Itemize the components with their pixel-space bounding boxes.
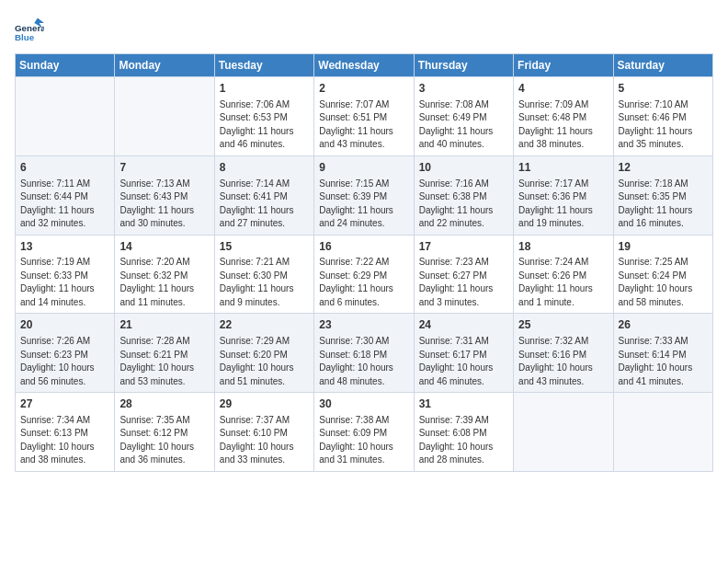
day-number: 18: [518, 239, 608, 255]
calendar-day-cell: 22Sunrise: 7:29 AM Sunset: 6:20 PM Dayli…: [214, 314, 313, 393]
calendar-day-cell: 28Sunrise: 7:35 AM Sunset: 6:12 PM Dayli…: [115, 393, 214, 472]
calendar-day-cell: [16, 77, 115, 156]
calendar-day-cell: 13Sunrise: 7:19 AM Sunset: 6:33 PM Dayli…: [16, 235, 115, 314]
calendar-day-cell: 17Sunrise: 7:23 AM Sunset: 6:27 PM Dayli…: [414, 235, 513, 314]
day-info: Sunrise: 7:11 AM Sunset: 6:44 PM Dayligh…: [20, 178, 109, 231]
day-number: 9: [319, 160, 408, 176]
day-number: 20: [20, 317, 109, 333]
day-number: 24: [419, 317, 508, 333]
weekday-header: Saturday: [613, 54, 712, 77]
calendar-week-row: 27Sunrise: 7:34 AM Sunset: 6:13 PM Dayli…: [16, 393, 713, 472]
day-number: 1: [220, 81, 309, 97]
day-info: Sunrise: 7:24 AM Sunset: 6:26 PM Dayligh…: [518, 256, 608, 309]
day-number: 5: [619, 81, 708, 97]
logo-icon: General Blue: [15, 15, 44, 44]
calendar-day-cell: 1Sunrise: 7:06 AM Sunset: 6:53 PM Daylig…: [214, 77, 313, 156]
calendar-day-cell: 10Sunrise: 7:16 AM Sunset: 6:38 PM Dayli…: [414, 155, 513, 235]
calendar-week-row: 13Sunrise: 7:19 AM Sunset: 6:33 PM Dayli…: [16, 235, 713, 314]
calendar-day-cell: 3Sunrise: 7:08 AM Sunset: 6:49 PM Daylig…: [414, 77, 513, 156]
calendar-day-cell: 5Sunrise: 7:10 AM Sunset: 6:46 PM Daylig…: [613, 77, 712, 156]
calendar-day-cell: 2Sunrise: 7:07 AM Sunset: 6:51 PM Daylig…: [314, 77, 414, 156]
calendar-day-cell: 16Sunrise: 7:22 AM Sunset: 6:29 PM Dayli…: [314, 235, 414, 314]
calendar-week-row: 20Sunrise: 7:26 AM Sunset: 6:23 PM Dayli…: [16, 314, 713, 393]
day-number: 14: [119, 239, 209, 255]
svg-text:Blue: Blue: [15, 32, 35, 42]
calendar-day-cell: 19Sunrise: 7:25 AM Sunset: 6:24 PM Dayli…: [613, 235, 712, 314]
calendar-day-cell: 11Sunrise: 7:17 AM Sunset: 6:36 PM Dayli…: [514, 155, 613, 235]
calendar-day-cell: 15Sunrise: 7:21 AM Sunset: 6:30 PM Dayli…: [214, 235, 313, 314]
day-number: 15: [220, 239, 309, 255]
day-info: Sunrise: 7:38 AM Sunset: 6:09 PM Dayligh…: [319, 414, 408, 467]
day-number: 28: [119, 396, 209, 412]
logo: General Blue: [15, 15, 44, 44]
weekday-header: Tuesday: [214, 54, 313, 77]
day-info: Sunrise: 7:28 AM Sunset: 6:21 PM Dayligh…: [119, 335, 209, 388]
day-info: Sunrise: 7:10 AM Sunset: 6:46 PM Dayligh…: [619, 98, 708, 152]
calendar-week-row: 1Sunrise: 7:06 AM Sunset: 6:53 PM Daylig…: [16, 77, 713, 156]
day-number: 7: [119, 160, 209, 176]
calendar-day-cell: [115, 77, 214, 156]
day-number: 12: [619, 160, 708, 176]
day-info: Sunrise: 7:19 AM Sunset: 6:33 PM Dayligh…: [20, 256, 109, 309]
day-info: Sunrise: 7:32 AM Sunset: 6:16 PM Dayligh…: [518, 335, 608, 388]
weekday-header: Monday: [115, 54, 214, 77]
day-number: 26: [619, 317, 708, 333]
day-number: 25: [518, 317, 608, 333]
day-number: 30: [319, 396, 408, 412]
weekday-header: Wednesday: [314, 54, 414, 77]
day-info: Sunrise: 7:14 AM Sunset: 6:41 PM Dayligh…: [220, 178, 309, 231]
day-info: Sunrise: 7:16 AM Sunset: 6:38 PM Dayligh…: [419, 178, 508, 231]
day-info: Sunrise: 7:26 AM Sunset: 6:23 PM Dayligh…: [20, 335, 109, 388]
day-info: Sunrise: 7:33 AM Sunset: 6:14 PM Dayligh…: [619, 335, 708, 388]
calendar-table: SundayMondayTuesdayWednesdayThursdayFrid…: [15, 53, 713, 472]
day-number: 10: [419, 160, 508, 176]
calendar-day-cell: 25Sunrise: 7:32 AM Sunset: 6:16 PM Dayli…: [514, 314, 613, 393]
calendar-day-cell: 18Sunrise: 7:24 AM Sunset: 6:26 PM Dayli…: [514, 235, 613, 314]
calendar-day-cell: 29Sunrise: 7:37 AM Sunset: 6:10 PM Dayli…: [214, 393, 313, 472]
page-header: General Blue: [15, 15, 713, 44]
weekday-header: Friday: [514, 54, 613, 77]
day-number: 21: [119, 317, 209, 333]
calendar-day-cell: [514, 393, 613, 472]
day-info: Sunrise: 7:15 AM Sunset: 6:39 PM Dayligh…: [319, 178, 408, 231]
day-info: Sunrise: 7:39 AM Sunset: 6:08 PM Dayligh…: [419, 414, 508, 467]
day-number: 29: [220, 396, 309, 412]
day-info: Sunrise: 7:18 AM Sunset: 6:35 PM Dayligh…: [619, 178, 708, 231]
day-number: 3: [419, 81, 508, 97]
calendar-day-cell: 14Sunrise: 7:20 AM Sunset: 6:32 PM Dayli…: [115, 235, 214, 314]
day-number: 31: [419, 396, 508, 412]
day-number: 17: [419, 239, 508, 255]
calendar-day-cell: 6Sunrise: 7:11 AM Sunset: 6:44 PM Daylig…: [16, 155, 115, 235]
calendar-day-cell: 7Sunrise: 7:13 AM Sunset: 6:43 PM Daylig…: [115, 155, 214, 235]
day-number: 19: [619, 239, 708, 255]
day-info: Sunrise: 7:09 AM Sunset: 6:48 PM Dayligh…: [518, 98, 608, 152]
calendar-day-cell: 9Sunrise: 7:15 AM Sunset: 6:39 PM Daylig…: [314, 155, 414, 235]
calendar-day-cell: 20Sunrise: 7:26 AM Sunset: 6:23 PM Dayli…: [16, 314, 115, 393]
calendar-header-row: SundayMondayTuesdayWednesdayThursdayFrid…: [16, 54, 713, 77]
day-number: 22: [220, 317, 309, 333]
day-info: Sunrise: 7:06 AM Sunset: 6:53 PM Dayligh…: [220, 98, 309, 152]
day-number: 23: [319, 317, 408, 333]
calendar-day-cell: 27Sunrise: 7:34 AM Sunset: 6:13 PM Dayli…: [16, 393, 115, 472]
day-info: Sunrise: 7:34 AM Sunset: 6:13 PM Dayligh…: [20, 414, 109, 467]
day-info: Sunrise: 7:07 AM Sunset: 6:51 PM Dayligh…: [319, 98, 408, 152]
day-info: Sunrise: 7:35 AM Sunset: 6:12 PM Dayligh…: [119, 414, 209, 467]
calendar-day-cell: 24Sunrise: 7:31 AM Sunset: 6:17 PM Dayli…: [414, 314, 513, 393]
day-info: Sunrise: 7:25 AM Sunset: 6:24 PM Dayligh…: [619, 256, 708, 309]
day-info: Sunrise: 7:20 AM Sunset: 6:32 PM Dayligh…: [119, 256, 209, 309]
calendar-day-cell: 4Sunrise: 7:09 AM Sunset: 6:48 PM Daylig…: [514, 77, 613, 156]
day-info: Sunrise: 7:23 AM Sunset: 6:27 PM Dayligh…: [419, 256, 508, 309]
day-number: 6: [20, 160, 109, 176]
day-info: Sunrise: 7:37 AM Sunset: 6:10 PM Dayligh…: [220, 414, 309, 467]
day-info: Sunrise: 7:13 AM Sunset: 6:43 PM Dayligh…: [119, 178, 209, 231]
day-number: 27: [20, 396, 109, 412]
calendar-day-cell: 12Sunrise: 7:18 AM Sunset: 6:35 PM Dayli…: [613, 155, 712, 235]
calendar-day-cell: 30Sunrise: 7:38 AM Sunset: 6:09 PM Dayli…: [314, 393, 414, 472]
weekday-header: Sunday: [16, 54, 115, 77]
day-number: 16: [319, 239, 408, 255]
calendar-day-cell: 23Sunrise: 7:30 AM Sunset: 6:18 PM Dayli…: [314, 314, 414, 393]
calendar-day-cell: 8Sunrise: 7:14 AM Sunset: 6:41 PM Daylig…: [214, 155, 313, 235]
day-info: Sunrise: 7:21 AM Sunset: 6:30 PM Dayligh…: [220, 256, 309, 309]
calendar-day-cell: 31Sunrise: 7:39 AM Sunset: 6:08 PM Dayli…: [414, 393, 513, 472]
calendar-week-row: 6Sunrise: 7:11 AM Sunset: 6:44 PM Daylig…: [16, 155, 713, 235]
